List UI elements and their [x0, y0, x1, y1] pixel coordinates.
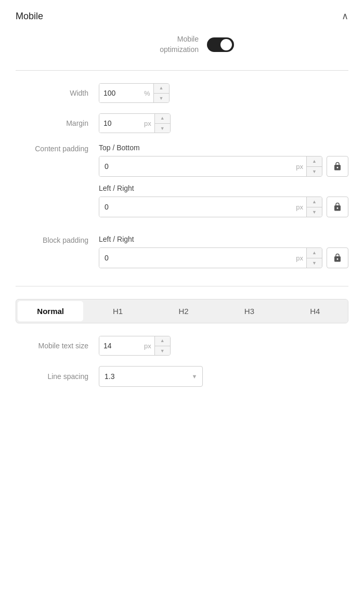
content-padding-lr-input-group: px ▲ ▼	[99, 197, 322, 217]
margin-row: Margin px ▲ ▼	[16, 113, 348, 133]
mobile-text-size-input[interactable]	[99, 336, 141, 356]
mobile-optimization-toggle[interactable]	[207, 37, 234, 52]
block-padding-lr-input-group: px ▲ ▼	[99, 247, 322, 268]
margin-input-group: px ▲ ▼	[99, 113, 171, 133]
width-label: Width	[16, 89, 99, 97]
content-padding-section: Content padding Top / Bottom px ▲ ▼	[16, 143, 348, 225]
mobile-text-size-down[interactable]: ▼	[155, 346, 170, 356]
width-up[interactable]: ▲	[154, 83, 169, 94]
content-padding-tb-up[interactable]: ▲	[307, 156, 322, 167]
block-padding-lr-row: px ▲ ▼	[99, 247, 348, 268]
content-padding-tb-down[interactable]: ▼	[307, 167, 322, 177]
collapse-icon[interactable]: ∧	[342, 10, 348, 22]
mobile-optimization-row: Mobile optimization	[16, 34, 348, 55]
line-spacing-value: 1.3	[99, 372, 187, 381]
panel-header: Mobile ∧	[16, 10, 348, 22]
tab-normal[interactable]: Normal	[18, 301, 83, 321]
margin-label: Margin	[16, 119, 99, 127]
block-padding-lr-unit: px	[293, 254, 306, 262]
content-padding-tb-lock[interactable]	[327, 156, 348, 177]
content-padding-tb-label: Top / Bottom	[99, 143, 348, 152]
mobile-text-size-row: Mobile text size px ▲ ▼	[16, 336, 348, 356]
mobile-text-size-unit: px	[141, 342, 154, 350]
toggle-thumb	[220, 39, 232, 50]
margin-spinner[interactable]: ▲ ▼	[154, 113, 170, 133]
tabs-section: Normal H1 H2 H3 H4	[16, 299, 348, 323]
divider-2	[16, 286, 348, 286]
width-row: Width % ▲ ▼	[16, 83, 348, 103]
mobile-text-size-up[interactable]: ▲	[155, 336, 170, 346]
block-padding-lr-up[interactable]: ▲	[307, 247, 322, 258]
tabs-bar: Normal H1 H2 H3 H4	[16, 299, 348, 323]
content-padding-tb-input-group: px ▲ ▼	[99, 156, 322, 177]
content-padding-tb-row: px ▲ ▼	[99, 156, 348, 177]
line-spacing-label: Line spacing	[16, 372, 99, 381]
margin-input[interactable]	[99, 113, 141, 133]
margin-up[interactable]: ▲	[155, 113, 170, 124]
content-padding-tb-spinner[interactable]: ▲ ▼	[306, 156, 322, 177]
content-padding-tb-unit: px	[293, 163, 306, 171]
divider-1	[16, 70, 348, 71]
content-padding-lr-lock[interactable]	[327, 197, 348, 217]
block-padding-label-row: Block padding Left / Right px ▲ ▼	[16, 235, 348, 276]
tab-h1[interactable]: H1	[85, 299, 150, 323]
chevron-down-icon: ▼	[187, 366, 202, 387]
block-padding-lr-input[interactable]	[99, 247, 293, 268]
content-padding-lr-unit: px	[293, 203, 306, 211]
width-unit: %	[141, 89, 153, 97]
mobile-panel: Mobile ∧ Mobile optimization Width % ▲ ▼…	[0, 0, 364, 408]
block-padding-lr-down[interactable]: ▼	[307, 258, 322, 269]
block-padding-section: Block padding Left / Right px ▲ ▼	[16, 235, 348, 276]
tab-h2[interactable]: H2	[151, 299, 216, 323]
block-padding-label: Block padding	[16, 235, 99, 244]
block-padding-fields: Left / Right px ▲ ▼	[99, 235, 348, 276]
content-padding-lr-row: px ▲ ▼	[99, 197, 348, 217]
width-down[interactable]: ▼	[154, 94, 169, 103]
content-padding-lr-down[interactable]: ▼	[307, 207, 322, 218]
block-padding-lr-lock[interactable]	[327, 247, 348, 268]
block-padding-lr-spinner[interactable]: ▲ ▼	[306, 247, 322, 268]
content-padding-lr-spinner[interactable]: ▲ ▼	[306, 197, 322, 217]
width-input-group: % ▲ ▼	[99, 83, 170, 103]
tab-h4[interactable]: H4	[282, 299, 348, 323]
line-spacing-row: Line spacing 1.3 ▼	[16, 366, 348, 387]
lock-icon	[333, 162, 342, 171]
lock-icon-3	[333, 253, 342, 263]
mobile-text-size-spinner[interactable]: ▲ ▼	[154, 336, 170, 356]
content-padding-fields: Top / Bottom px ▲ ▼	[99, 143, 348, 225]
content-padding-lr-up[interactable]: ▲	[307, 197, 322, 207]
mobile-text-size-label: Mobile text size	[16, 342, 99, 350]
width-spinner[interactable]: ▲ ▼	[153, 83, 169, 103]
width-input[interactable]	[99, 83, 141, 103]
line-spacing-select[interactable]: 1.3 ▼	[99, 366, 203, 387]
panel-title: Mobile	[16, 11, 43, 22]
tab-h3[interactable]: H3	[216, 299, 282, 323]
content-padding-label: Content padding	[16, 143, 99, 153]
mobile-text-size-input-group: px ▲ ▼	[99, 336, 171, 356]
block-padding-lr-label: Left / Right	[99, 235, 348, 243]
content-padding-lr-input[interactable]	[99, 197, 293, 217]
content-padding-lr-label: Left / Right	[99, 184, 348, 192]
lock-icon-2	[333, 202, 342, 212]
margin-unit: px	[141, 120, 154, 127]
content-padding-tb-input[interactable]	[99, 156, 293, 177]
margin-down[interactable]: ▼	[155, 124, 170, 134]
content-padding-label-row: Content padding Top / Bottom px ▲ ▼	[16, 143, 348, 225]
mobile-optimization-label: Mobile optimization	[160, 34, 199, 55]
